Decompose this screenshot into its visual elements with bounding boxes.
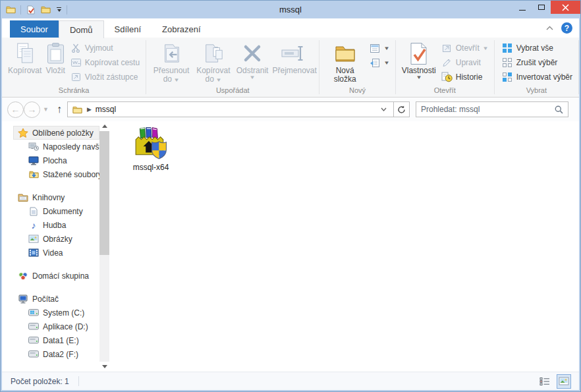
- new-folder-label: Nová složka: [334, 66, 356, 84]
- sidebar-item-label: Stažené soubory: [43, 170, 99, 179]
- breadcrumb-path[interactable]: mssql: [96, 105, 116, 114]
- history-button[interactable]: Historie: [439, 70, 490, 84]
- invert-selection-button[interactable]: Invertovat výběr: [500, 70, 574, 84]
- search-input[interactable]: [421, 105, 555, 114]
- dropdown-icon: ▼: [215, 78, 222, 82]
- sidebar-item-pictures[interactable]: Obrázky: [13, 232, 99, 246]
- close-button[interactable]: [551, 1, 580, 14]
- cut-button[interactable]: Vyjmout: [69, 41, 142, 55]
- sidebar-item-videos[interactable]: Videa: [13, 246, 99, 260]
- collapse-ribbon-icon[interactable]: [546, 26, 553, 30]
- breadcrumb-arrow-icon: ▶: [87, 106, 92, 113]
- sidebar-item-drive-c[interactable]: System (C:): [13, 306, 99, 320]
- copy-path-button[interactable]: Kopírovat cestu: [69, 55, 142, 70]
- clear-selection-icon: [502, 57, 513, 69]
- large-icons-view-button[interactable]: [557, 374, 571, 389]
- file-item[interactable]: mssql-x64: [125, 125, 177, 172]
- details-view-button[interactable]: [538, 374, 552, 389]
- dropdown-icon: ▼: [174, 78, 180, 82]
- group-label-clipboard: Schránka: [2, 86, 146, 97]
- refresh-button[interactable]: [394, 101, 410, 117]
- properties-button[interactable]: Vlastnosti ▼: [400, 40, 438, 80]
- paste-shortcut-button[interactable]: Vložit zástupce: [69, 70, 142, 84]
- sidebar-item-music[interactable]: ♪ Hudba: [13, 218, 99, 232]
- open-icon: [441, 43, 453, 54]
- customize-quick-access-icon[interactable]: [55, 6, 63, 13]
- move-to-button[interactable]: Přesunout do ▼: [150, 40, 192, 84]
- sidebar-item-label: Počítač: [32, 294, 59, 304]
- sidebar-item-label: Domácí skupina: [32, 271, 89, 281]
- copy-to-button[interactable]: Kopírovat do ▼: [192, 40, 235, 84]
- system-drive-icon: [28, 307, 39, 318]
- scrollbar-thumb[interactable]: [99, 131, 109, 255]
- sidebar-item-label: Naposledy navští: [43, 142, 99, 152]
- clear-selection-button[interactable]: Zrušit výběr: [500, 55, 574, 70]
- new-folder-quick-icon[interactable]: [40, 4, 51, 15]
- sidebar-item-desktop[interactable]: Plocha: [13, 154, 99, 167]
- easy-access-button[interactable]: ▼: [368, 55, 391, 70]
- tab-home[interactable]: Domů: [59, 20, 104, 38]
- minimize-icon: [519, 10, 526, 11]
- properties-quick-icon[interactable]: [25, 4, 36, 15]
- new-folder-button[interactable]: Nová složka: [323, 40, 366, 84]
- explorer-folder-icon[interactable]: [5, 4, 16, 15]
- items-count-label: Počet položek: 1: [11, 377, 69, 386]
- help-icon[interactable]: ?: [561, 22, 572, 34]
- sidebar-item-label: System (C:): [43, 308, 84, 318]
- sidebar-scrollbar[interactable]: [99, 121, 109, 372]
- sidebar-item-recent-places[interactable]: Naposledy navští: [13, 140, 99, 154]
- scroll-down-icon[interactable]: [99, 362, 109, 372]
- minimize-button[interactable]: [512, 1, 532, 14]
- sidebar-item-label: Dokumenty: [43, 207, 83, 216]
- sidebar-item-documents[interactable]: Dokumenty: [13, 204, 99, 218]
- sidebar-item-downloads[interactable]: Stažené soubory: [13, 167, 99, 181]
- select-all-button[interactable]: Vybrat vše: [500, 41, 574, 55]
- properties-label: Vlastnosti: [402, 66, 436, 75]
- copy-button[interactable]: Kopírovat: [6, 40, 43, 75]
- rename-button[interactable]: Přejmenovat: [270, 40, 315, 75]
- ribbon-tab-row: Soubor Domů Sdílení Zobrazení ?: [2, 18, 579, 38]
- drive-icon: [28, 349, 39, 360]
- address-dropdown-icon[interactable]: [378, 107, 389, 111]
- sidebar-item-label: Oblíbené položky: [32, 128, 94, 138]
- sidebar-item-favorites[interactable]: Oblíbené položky: [13, 126, 99, 140]
- sidebar-item-computer[interactable]: Počítač: [13, 292, 99, 306]
- paste-button[interactable]: Vložit: [43, 40, 67, 75]
- forward-button[interactable]: →: [24, 101, 40, 118]
- sidebar-item-label: Obrázky: [43, 235, 72, 244]
- ribbon-controls: ?: [546, 22, 578, 34]
- copy-to-icon: [203, 42, 224, 65]
- scrollbar-track[interactable]: [99, 131, 109, 362]
- edit-button[interactable]: Upravit: [439, 55, 490, 70]
- sidebar-item-drive-d[interactable]: Aplikace (D:): [13, 320, 99, 333]
- maximize-button[interactable]: [532, 1, 551, 14]
- history-label: Historie: [456, 72, 483, 82]
- file-list[interactable]: mssql-x64: [109, 121, 579, 372]
- clear-selection-label: Zrušit výběr: [516, 58, 558, 67]
- delete-button[interactable]: Odstranit ▼: [235, 40, 271, 80]
- open-button[interactable]: Otevřít ▼: [439, 41, 490, 55]
- up-button[interactable]: ↑: [51, 103, 67, 115]
- sidebar-item-libraries[interactable]: Knihovny: [13, 190, 99, 204]
- history-icon: [441, 72, 453, 83]
- window-controls: [512, 1, 580, 14]
- recent-locations-icon[interactable]: ▼: [40, 106, 51, 113]
- sidebar-item-label: Plocha: [43, 156, 67, 165]
- paste-icon: [47, 42, 65, 65]
- sidebar-item-drive-e[interactable]: Data1 (E:): [13, 333, 99, 347]
- sidebar-item-homegroup[interactable]: Domácí skupina: [13, 269, 99, 283]
- new-item-button[interactable]: ▼: [368, 41, 391, 55]
- tab-view[interactable]: Zobrazení: [152, 20, 211, 38]
- tab-share[interactable]: Sdílení: [104, 20, 152, 38]
- title-bar: mssql: [1, 1, 580, 18]
- drive-icon: [28, 335, 39, 346]
- sidebar-item-drive-f[interactable]: Data2 (F:): [13, 347, 99, 361]
- search-icon[interactable]: [555, 105, 563, 114]
- search-box[interactable]: [416, 101, 568, 117]
- scroll-up-icon[interactable]: [99, 121, 109, 131]
- back-button[interactable]: ←: [7, 101, 24, 118]
- explorer-window: mssql Soubor Domů Sdílení Zobrazení ?: [0, 0, 581, 392]
- tab-file[interactable]: Soubor: [10, 20, 59, 38]
- paste-shortcut-icon: [70, 72, 82, 83]
- address-bar[interactable]: ▶ mssql: [67, 101, 394, 117]
